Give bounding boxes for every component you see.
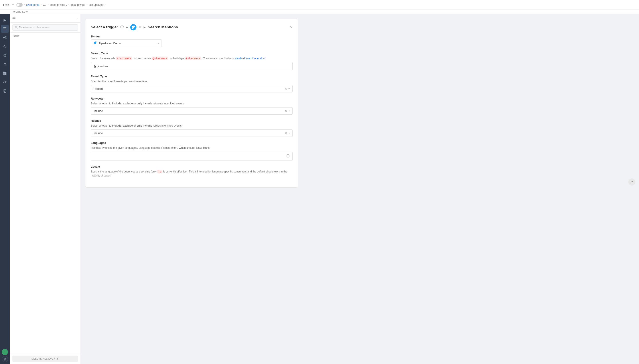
workflow-label: WORKFLOW xyxy=(0,10,639,14)
svg-rect-14 xyxy=(3,74,5,75)
svg-rect-1 xyxy=(3,28,7,29)
trigger-close-icon[interactable]: ✕ xyxy=(290,25,293,30)
topbar: Title ✏ • @pd-demo • v.0 • code: private… xyxy=(0,0,639,10)
search-input[interactable] xyxy=(19,26,76,29)
sidebar-item-docs[interactable] xyxy=(1,87,9,95)
locale-section: Locale Specify the language of the query… xyxy=(91,165,293,178)
languages-description: Restricts tweets to the given languages.… xyxy=(91,146,293,150)
search-term-input[interactable] xyxy=(91,62,293,70)
replies-label: Replies xyxy=(91,119,293,122)
workflow-toggle[interactable] xyxy=(17,3,23,7)
topbar-title: Title xyxy=(3,3,10,7)
select-trigger-label: Select a trigger xyxy=(91,25,118,30)
meta-sep2: • xyxy=(41,3,42,6)
result-type-expand-icon[interactable]: ▾ xyxy=(288,87,290,90)
arrow-right-icon: ▶ xyxy=(126,26,128,29)
edit-icon[interactable]: ✏ xyxy=(12,3,14,6)
svg-rect-23 xyxy=(13,18,15,18)
search-term-label: Search Term xyxy=(91,52,293,55)
twitter-account-icon xyxy=(94,42,97,45)
retweets-expand-icon[interactable]: ▾ xyxy=(288,110,290,112)
languages-input[interactable] xyxy=(91,152,293,160)
loading-spinner xyxy=(286,154,290,158)
trigger-card: Select a trigger i ▶ ✕ ▶ Search Mentions… xyxy=(85,18,298,188)
svg-rect-24 xyxy=(13,18,15,19)
retweets-clear-icon[interactable]: ✕ xyxy=(285,109,287,112)
twitter-remove-icon[interactable]: ✕ xyxy=(139,26,141,29)
meta-sep5: • xyxy=(87,3,87,6)
replies-expand-icon[interactable]: ▾ xyxy=(288,132,290,135)
sidebar-item-data[interactable] xyxy=(1,52,9,60)
kw2: @starwars xyxy=(152,56,168,60)
sidebar-item-grid[interactable] xyxy=(1,69,9,77)
retweets-label: Retweets xyxy=(91,97,293,100)
svg-point-5 xyxy=(5,38,7,39)
meta-code: code: private ▾ xyxy=(50,3,67,6)
sidebar-item-expand[interactable]: ▶ xyxy=(1,16,9,24)
svg-rect-15 xyxy=(5,74,7,75)
sidebar-item-users[interactable] xyxy=(1,78,9,86)
left-panel: ‹ Today DELETE ALL EVENTS xyxy=(10,14,81,364)
twitter-account-dropdown[interactable]: Pipedream Demo ▾ xyxy=(91,40,162,47)
user-avatar[interactable]: @ xyxy=(2,356,8,362)
svg-point-11 xyxy=(4,54,6,55)
result-type-clear-icon[interactable]: ✕ xyxy=(285,87,287,90)
replies-section: Replies Select whether to include, exclu… xyxy=(91,119,293,137)
main-layout: ▶ ⚙ ↑ @ xyxy=(0,14,639,364)
replies-select[interactable]: Include ✕ ▾ xyxy=(91,130,293,137)
collapse-panel-icon[interactable]: ‹ xyxy=(77,17,78,20)
svg-point-3 xyxy=(4,37,5,38)
svg-rect-2 xyxy=(3,30,7,30)
locale-code: ja xyxy=(157,170,162,173)
account-dropdown-arrow: ▾ xyxy=(158,42,159,45)
svg-line-6 xyxy=(5,37,5,38)
replies-description: Select whether to include, exclude or on… xyxy=(91,124,293,128)
left-panel-header: ‹ xyxy=(10,14,81,22)
panel-header-icons xyxy=(13,16,16,20)
kw3: #starwars xyxy=(185,56,201,60)
trigger-name: Search Mentions xyxy=(148,25,178,30)
search-term-description: Search for keywords star wars , screen n… xyxy=(91,56,293,60)
result-type-section: Result Type Specifies the type of result… xyxy=(91,75,293,92)
replies-clear-icon[interactable]: ✕ xyxy=(285,132,287,135)
svg-point-25 xyxy=(15,26,17,28)
svg-point-16 xyxy=(4,81,5,82)
sidebar-item-list[interactable] xyxy=(1,25,9,33)
retweets-value: Include xyxy=(94,109,285,112)
svg-rect-22 xyxy=(13,17,15,17)
main-content: Select a trigger i ▶ ✕ ▶ Search Mentions… xyxy=(81,14,639,364)
svg-line-7 xyxy=(5,38,5,38)
sidebar-item-settings[interactable]: ⚙ xyxy=(1,60,9,68)
meta-version: v.0 xyxy=(43,3,46,6)
meta-data: data: private xyxy=(71,3,85,6)
sidebar-item-flow[interactable] xyxy=(1,34,9,42)
svg-rect-12 xyxy=(3,72,5,73)
svg-point-8 xyxy=(4,46,5,47)
languages-section: Languages Restricts tweets to the given … xyxy=(91,141,293,160)
result-type-value: Recent xyxy=(94,87,285,90)
result-type-select[interactable]: Recent ✕ ▾ xyxy=(91,85,293,92)
meta-sep1: • xyxy=(24,3,25,6)
svg-rect-13 xyxy=(5,72,7,73)
search-operators-link[interactable]: standard search operators xyxy=(234,57,265,60)
kw1: star wars xyxy=(116,56,132,60)
help-button[interactable]: ? xyxy=(628,178,635,186)
icon-sidebar: ▶ ⚙ ↑ @ xyxy=(0,14,10,364)
left-panel-footer: DELETE ALL EVENTS xyxy=(10,353,81,364)
replies-value: Include xyxy=(94,132,285,135)
result-type-description: Specifies the type of results you want t… xyxy=(91,79,293,83)
retweets-select[interactable]: Include ✕ ▾ xyxy=(91,107,293,114)
search-term-section: Search Term Search for keywords star war… xyxy=(91,52,293,70)
status-avatar[interactable]: ↑ xyxy=(2,349,8,355)
meta-user[interactable]: @pd-demo xyxy=(26,3,40,6)
sidebar-item-key[interactable] xyxy=(1,42,9,50)
delete-all-events-button[interactable]: DELETE ALL EVENTS xyxy=(13,356,78,362)
twitter-account-section: Twitter Pipedream Demo ▾ xyxy=(91,35,293,47)
chevron-down-icon: ▾ xyxy=(66,4,67,6)
trigger-header: Select a trigger i ▶ ✕ ▶ Search Mentions… xyxy=(91,24,293,30)
meta-sep4: • xyxy=(68,3,69,6)
info-icon[interactable]: i xyxy=(120,26,124,29)
svg-line-26 xyxy=(17,28,18,29)
arrow-right2-icon: ▶ xyxy=(144,26,146,29)
list-icon[interactable] xyxy=(13,16,16,20)
